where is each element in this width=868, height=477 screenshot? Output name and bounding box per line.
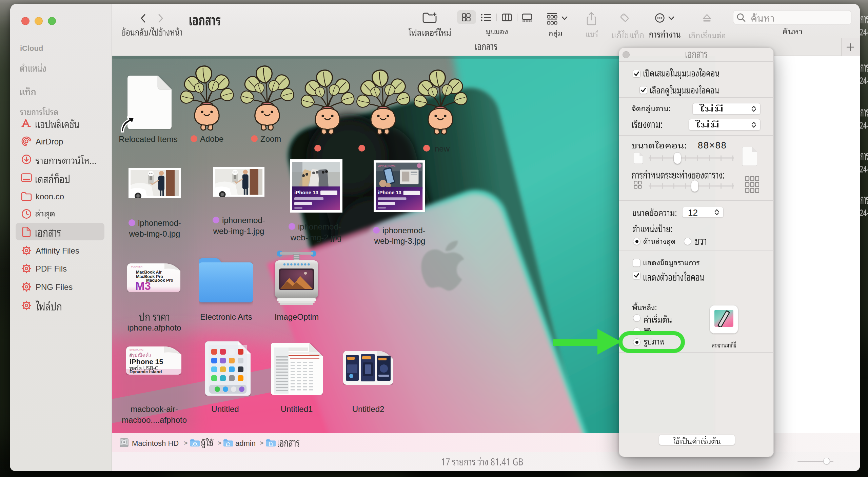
svg-text:M3: M3 — [135, 280, 151, 292]
svg-text:iPhone 13: iPhone 13 — [294, 190, 318, 195]
svg-text:BREAKING: BREAKING — [130, 348, 143, 351]
svg-text:iPhone 13: iPhone 13 — [378, 190, 401, 195]
svg-text:APPLE NEWS: APPLE NEWS — [378, 164, 396, 167]
svg-text:MacBook Air: MacBook Air — [136, 270, 162, 275]
svg-text:PLANNER: PLANNER — [131, 265, 142, 268]
